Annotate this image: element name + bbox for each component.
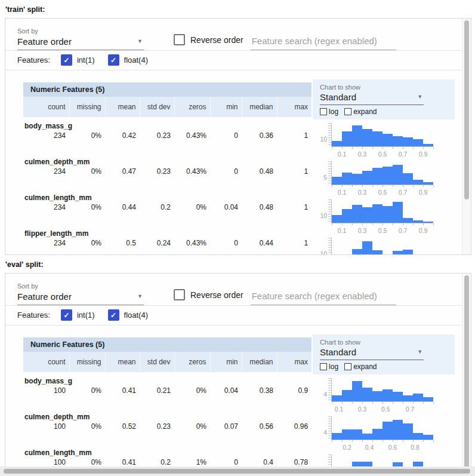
feature-filter-label: float(4)	[124, 56, 148, 65]
x-tick-label: 0.7	[399, 151, 408, 158]
x-tick-label: 0.9	[419, 189, 428, 196]
expand-checkbox[interactable]: expand	[344, 108, 377, 116]
stat-value: 0.36	[242, 130, 277, 140]
horizontal-scrollbar[interactable]	[0, 466, 475, 476]
stat-value: 0	[210, 166, 242, 176]
stat-value: 0.4	[242, 457, 277, 466]
chart-type-select[interactable]: Standard ▼	[320, 346, 424, 360]
histogram-bar	[342, 173, 352, 185]
expand-checkbox[interactable]: expand	[344, 363, 377, 371]
sort-by-value: Feature order	[17, 36, 72, 47]
histogram-bar	[332, 395, 342, 401]
feature-name-row: body_mass_g	[23, 372, 311, 385]
x-tick-label: 0.1	[338, 227, 347, 234]
feature-filter-float4[interactable]: ✓float(4)	[108, 54, 148, 66]
chevron-down-icon: ▼	[137, 294, 143, 299]
vertical-scrollbar[interactable]	[462, 19, 471, 254]
stat-value: 0.21	[140, 385, 174, 395]
stat-value: 0.23	[140, 421, 174, 431]
checkbox-checked-icon: ✓	[108, 54, 119, 66]
column-header: median	[242, 352, 277, 372]
x-tick-label: 0.3	[358, 227, 367, 234]
feature-name: body_mass_g	[23, 117, 311, 130]
feature-search-input[interactable]: Feature search (regex enabled)	[251, 33, 396, 50]
x-axis-labels: 0.20.40.60.8	[332, 444, 433, 451]
histogram-bar	[332, 215, 342, 223]
x-axis-labels: 0.10.30.50.70.9	[332, 151, 433, 158]
scrollbar-thumb[interactable]	[464, 275, 469, 472]
histogram-bar	[352, 249, 362, 255]
sort-by-value: Feature order	[17, 291, 72, 302]
log-checkbox[interactable]: log	[320, 108, 338, 116]
feature-name: culmen_length_mm	[23, 176, 311, 202]
panel-content: Numeric Features (5) countmissingmeanstd…	[5, 325, 471, 476]
histogram-bars	[332, 122, 433, 147]
stat-value: 100	[23, 385, 69, 395]
column-header-row: countmissingmeanstd devzerosminmedianmax	[23, 352, 311, 372]
histogram-bar	[352, 174, 362, 185]
histogram-bar	[423, 435, 433, 440]
histogram-plot-row: 4	[313, 416, 455, 440]
scrollbar-thumb[interactable]	[464, 20, 469, 199]
feature-name-row: body_mass_g	[23, 117, 311, 130]
histogram-bar	[332, 141, 342, 146]
stat-value: 234	[23, 130, 69, 140]
feature-name-row: culmen_length_mm	[23, 176, 311, 202]
feature-search-input[interactable]: Feature search (regex enabled)	[251, 288, 396, 305]
sort-by-select[interactable]: Sort by Feature order ▼	[17, 27, 144, 50]
feature-name: flipper_length_mm	[23, 211, 311, 238]
sort-by-select[interactable]: Sort by Feature order ▼	[17, 282, 144, 305]
feature-filter-int1[interactable]: ✓int(1)	[61, 54, 95, 66]
feature-filter-float4[interactable]: ✓float(4)	[108, 309, 148, 321]
vertical-scrollbar[interactable]	[462, 274, 471, 476]
checkbox-unchecked-icon	[320, 108, 327, 115]
histogram-bars	[332, 416, 433, 440]
stat-value: 0.47	[105, 166, 140, 176]
x-tick-label: 0.5	[378, 189, 387, 196]
chart-column: Chart to show Standard ▼ log expand 1	[313, 79, 455, 255]
scrollbar-thumb[interactable]	[4, 469, 470, 474]
log-checkbox[interactable]: log	[320, 363, 338, 371]
stat-value: 0%	[69, 457, 105, 466]
chart-type-select[interactable]: Standard ▼	[320, 91, 424, 105]
reverse-order-label: Reverse order	[190, 290, 243, 300]
stat-value: 0%	[69, 385, 105, 395]
x-tick-label: 0.1	[338, 151, 347, 158]
histogram-bar	[393, 392, 403, 401]
stat-value: 0.43%	[174, 238, 210, 247]
stat-value: 0%	[69, 130, 105, 140]
stat-value: 1	[277, 202, 311, 211]
chevron-down-icon: ▼	[417, 349, 422, 355]
histogram-plot-row: 10	[313, 122, 455, 147]
reverse-order-checkbox[interactable]: Reverse order	[174, 34, 243, 50]
feature-filter-int1[interactable]: ✓int(1)	[61, 309, 95, 321]
feature-name-row: culmen_depth_mm	[23, 140, 311, 166]
stats-panel-eval: Sort by Feature order ▼ Reverse order Fe…	[5, 273, 471, 476]
histogram-bar	[372, 204, 383, 223]
x-tick-label: 0.9	[419, 151, 428, 158]
expand-label: expand	[353, 363, 377, 371]
stat-value: 0	[210, 130, 242, 140]
histogram-bar	[352, 205, 362, 223]
column-header: max	[277, 352, 311, 372]
stat-value: 0%	[69, 238, 105, 247]
histogram-bar	[332, 177, 342, 185]
stat-value: 0.41	[105, 385, 140, 395]
stat-value: 0.42	[105, 130, 140, 140]
chart-controls-box: Chart to show Standard ▼ log expand	[313, 334, 455, 374]
column-header-row: countmissingmeanstd devzerosminmedianmax	[23, 97, 311, 117]
histogram-bar	[372, 250, 383, 255]
histogram-bar	[342, 390, 352, 401]
x-tick-label: 0.5	[381, 406, 390, 413]
checkbox-unchecked-icon	[174, 289, 185, 300]
panel-content: Numeric Features (5) countmissingmeanstd…	[5, 70, 471, 255]
column-header: std dev	[140, 97, 174, 117]
histogram-bar	[362, 388, 372, 401]
reverse-order-checkbox[interactable]: Reverse order	[174, 289, 243, 305]
histogram-bar	[393, 420, 403, 440]
stat-value: 0.43%	[174, 130, 210, 140]
stat-value: 0%	[69, 202, 105, 211]
column-header: min	[210, 352, 242, 372]
feature-stats-row: 2340%0.420.230.43%00.361	[23, 130, 311, 140]
histogram-bar	[423, 222, 433, 223]
